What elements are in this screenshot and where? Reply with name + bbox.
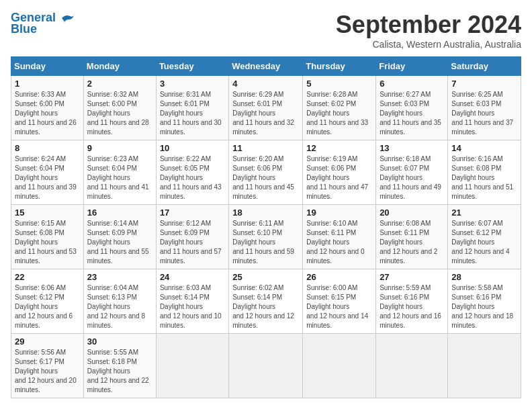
day-number: 4 <box>232 79 299 89</box>
table-cell: 16 Sunrise: 6:14 AM Sunset: 6:09 PM Dayl… <box>83 205 156 269</box>
calendar-row: 1 Sunrise: 6:33 AM Sunset: 6:00 PM Dayli… <box>11 76 521 140</box>
table-cell: 30 Sunrise: 5:55 AM Sunset: 6:18 PM Dayl… <box>83 334 156 398</box>
day-info: Sunrise: 6:20 AM Sunset: 6:06 PM Dayligh… <box>232 154 299 201</box>
day-number: 25 <box>232 272 299 282</box>
table-cell: 3 Sunrise: 6:31 AM Sunset: 6:01 PM Dayli… <box>156 76 228 140</box>
day-number: 26 <box>306 272 372 282</box>
day-info: Sunrise: 5:59 AM Sunset: 6:16 PM Dayligh… <box>380 283 444 330</box>
col-monday: Monday <box>83 57 156 76</box>
calendar-table: Sunday Monday Tuesday Wednesday Thursday… <box>11 56 521 398</box>
empty-cell <box>376 334 448 398</box>
day-info: Sunrise: 6:02 AM Sunset: 6:14 PM Dayligh… <box>232 283 299 330</box>
calendar-row: 15 Sunrise: 6:15 AM Sunset: 6:08 PM Dayl… <box>11 205 521 269</box>
day-info: Sunrise: 5:55 AM Sunset: 6:18 PM Dayligh… <box>87 348 152 395</box>
table-cell: 24 Sunrise: 6:03 AM Sunset: 6:14 PM Dayl… <box>156 269 228 334</box>
logo: General Blue <box>11 11 75 36</box>
table-cell: 23 Sunrise: 6:04 AM Sunset: 6:13 PM Dayl… <box>83 269 156 334</box>
day-info: Sunrise: 6:19 AM Sunset: 6:06 PM Dayligh… <box>306 154 372 201</box>
day-info: Sunrise: 6:12 AM Sunset: 6:09 PM Dayligh… <box>160 219 225 266</box>
month-title: September 2024 <box>336 11 521 39</box>
day-number: 20 <box>380 208 444 218</box>
day-info: Sunrise: 6:16 AM Sunset: 6:08 PM Dayligh… <box>451 154 517 201</box>
day-number: 21 <box>451 208 517 218</box>
day-number: 27 <box>380 272 444 282</box>
table-cell: 26 Sunrise: 6:00 AM Sunset: 6:15 PM Dayl… <box>303 269 376 334</box>
calendar-row: 8 Sunrise: 6:24 AM Sunset: 6:04 PM Dayli… <box>11 140 521 205</box>
header: General Blue September 2024 Calista, Wes… <box>11 11 521 50</box>
col-friday: Friday <box>376 57 448 76</box>
day-number: 29 <box>15 336 80 347</box>
table-cell: 2 Sunrise: 6:32 AM Sunset: 6:00 PM Dayli… <box>83 76 156 140</box>
table-cell: 4 Sunrise: 6:29 AM Sunset: 6:01 PM Dayli… <box>229 76 303 140</box>
table-cell: 20 Sunrise: 6:08 AM Sunset: 6:11 PM Dayl… <box>376 205 448 269</box>
day-number: 15 <box>15 208 80 218</box>
day-info: Sunrise: 6:18 AM Sunset: 6:07 PM Dayligh… <box>380 154 444 201</box>
col-sunday: Sunday <box>11 57 84 76</box>
day-number: 6 <box>380 79 444 89</box>
table-cell: 18 Sunrise: 6:11 AM Sunset: 6:10 PM Dayl… <box>229 205 303 269</box>
col-saturday: Saturday <box>448 57 521 76</box>
day-number: 19 <box>306 208 372 218</box>
day-info: Sunrise: 6:07 AM Sunset: 6:12 PM Dayligh… <box>451 219 517 266</box>
table-cell: 17 Sunrise: 6:12 AM Sunset: 6:09 PM Dayl… <box>156 205 228 269</box>
table-cell: 28 Sunrise: 5:58 AM Sunset: 6:16 PM Dayl… <box>448 269 521 334</box>
day-info: Sunrise: 6:00 AM Sunset: 6:15 PM Dayligh… <box>306 283 372 330</box>
table-cell: 9 Sunrise: 6:23 AM Sunset: 6:04 PM Dayli… <box>83 140 156 205</box>
calendar-row: 29 Sunrise: 5:56 AM Sunset: 6:17 PM Dayl… <box>11 334 521 398</box>
col-wednesday: Wednesday <box>229 57 303 76</box>
table-cell: 12 Sunrise: 6:19 AM Sunset: 6:06 PM Dayl… <box>303 140 376 205</box>
day-number: 30 <box>87 336 152 347</box>
day-info: Sunrise: 6:03 AM Sunset: 6:14 PM Dayligh… <box>160 283 225 330</box>
day-info: Sunrise: 6:10 AM Sunset: 6:11 PM Dayligh… <box>306 219 372 266</box>
day-info: Sunrise: 6:24 AM Sunset: 6:04 PM Dayligh… <box>15 154 80 201</box>
day-info: Sunrise: 5:58 AM Sunset: 6:16 PM Dayligh… <box>451 283 517 330</box>
empty-cell <box>303 334 376 398</box>
day-info: Sunrise: 6:15 AM Sunset: 6:08 PM Dayligh… <box>15 219 80 266</box>
empty-cell <box>448 334 521 398</box>
table-cell: 15 Sunrise: 6:15 AM Sunset: 6:08 PM Dayl… <box>11 205 84 269</box>
table-cell: 10 Sunrise: 6:22 AM Sunset: 6:05 PM Dayl… <box>156 140 228 205</box>
day-info: Sunrise: 6:04 AM Sunset: 6:13 PM Dayligh… <box>87 283 152 330</box>
day-info: Sunrise: 6:08 AM Sunset: 6:11 PM Dayligh… <box>380 219 444 266</box>
col-thursday: Thursday <box>303 57 376 76</box>
location-subtitle: Calista, Western Australia, Australia <box>336 39 521 50</box>
day-number: 11 <box>232 143 299 153</box>
empty-cell <box>156 334 228 398</box>
empty-cell <box>229 334 303 398</box>
day-number: 17 <box>160 208 225 218</box>
day-number: 28 <box>451 272 517 282</box>
day-info: Sunrise: 6:06 AM Sunset: 6:12 PM Dayligh… <box>15 283 80 330</box>
day-info: Sunrise: 6:25 AM Sunset: 6:03 PM Dayligh… <box>451 90 517 137</box>
table-cell: 8 Sunrise: 6:24 AM Sunset: 6:04 PM Dayli… <box>11 140 84 205</box>
day-info: Sunrise: 6:27 AM Sunset: 6:03 PM Dayligh… <box>380 90 444 137</box>
day-info: Sunrise: 6:29 AM Sunset: 6:01 PM Dayligh… <box>232 90 299 137</box>
day-number: 16 <box>87 208 152 218</box>
bird-icon <box>60 13 75 24</box>
table-cell: 14 Sunrise: 6:16 AM Sunset: 6:08 PM Dayl… <box>448 140 521 205</box>
table-cell: 7 Sunrise: 6:25 AM Sunset: 6:03 PM Dayli… <box>448 76 521 140</box>
col-tuesday: Tuesday <box>156 57 228 76</box>
table-cell: 11 Sunrise: 6:20 AM Sunset: 6:06 PM Dayl… <box>229 140 303 205</box>
day-number: 24 <box>160 272 225 282</box>
day-info: Sunrise: 6:14 AM Sunset: 6:09 PM Dayligh… <box>87 219 152 266</box>
day-number: 5 <box>306 79 372 89</box>
day-number: 14 <box>451 143 517 153</box>
day-number: 23 <box>87 272 152 282</box>
table-cell: 25 Sunrise: 6:02 AM Sunset: 6:14 PM Dayl… <box>229 269 303 334</box>
day-info: Sunrise: 6:32 AM Sunset: 6:00 PM Dayligh… <box>87 90 152 137</box>
day-number: 22 <box>15 272 80 282</box>
day-number: 10 <box>160 143 225 153</box>
day-info: Sunrise: 6:11 AM Sunset: 6:10 PM Dayligh… <box>232 219 299 266</box>
day-number: 2 <box>87 79 152 89</box>
day-info: Sunrise: 6:28 AM Sunset: 6:02 PM Dayligh… <box>306 90 372 137</box>
table-cell: 27 Sunrise: 5:59 AM Sunset: 6:16 PM Dayl… <box>376 269 448 334</box>
day-info: Sunrise: 6:22 AM Sunset: 6:05 PM Dayligh… <box>160 154 225 201</box>
day-number: 9 <box>87 143 152 153</box>
calendar-row: 22 Sunrise: 6:06 AM Sunset: 6:12 PM Dayl… <box>11 269 521 334</box>
day-info: Sunrise: 6:33 AM Sunset: 6:00 PM Dayligh… <box>15 90 80 137</box>
day-info: Sunrise: 6:31 AM Sunset: 6:01 PM Dayligh… <box>160 90 225 137</box>
table-cell: 6 Sunrise: 6:27 AM Sunset: 6:03 PM Dayli… <box>376 76 448 140</box>
title-area: September 2024 Calista, Western Australi… <box>336 11 521 50</box>
table-cell: 13 Sunrise: 6:18 AM Sunset: 6:07 PM Dayl… <box>376 140 448 205</box>
day-info: Sunrise: 6:23 AM Sunset: 6:04 PM Dayligh… <box>87 154 152 201</box>
